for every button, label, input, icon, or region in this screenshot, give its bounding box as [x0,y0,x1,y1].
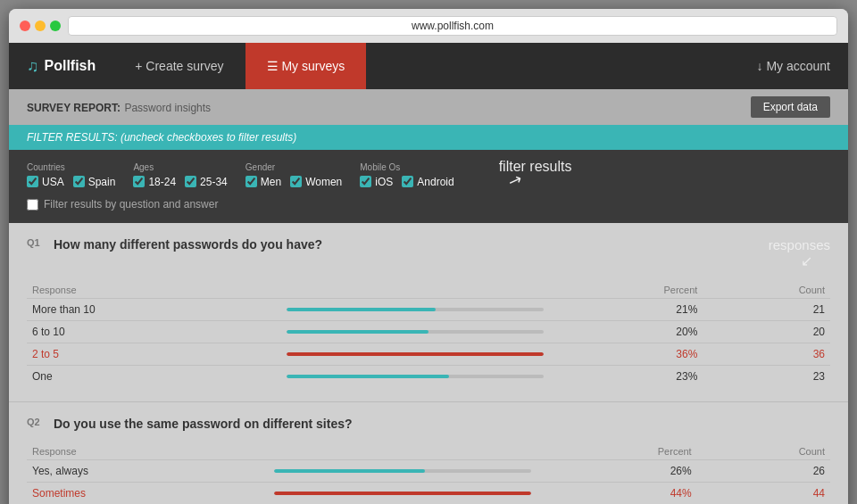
bar-cell [281,299,549,321]
bar-cell [269,460,537,483]
filter-spain[interactable]: Spain [73,176,116,188]
men-label: Men [261,176,281,188]
countries-checkboxes: USA Spain [27,176,115,188]
nav-bar: ♫ Pollfish + Create survey ☰ My surveys … [9,43,848,89]
men-checkbox[interactable] [245,176,257,187]
count-header-2: Count [697,443,830,460]
table-row: Sometimes 44% 44 [27,483,830,505]
count-value: 36 [703,343,830,366]
table-row: One 23% 23 [27,366,830,388]
percent-value: 36% [549,343,703,366]
count-value: 21 [703,299,830,321]
table-row: 2 to 5 36% 36 [27,343,830,366]
android-label: Android [417,176,453,188]
age-18-24-label: 18-24 [148,176,176,188]
question-2-block: Q2 Do you use the same password on diffe… [9,402,848,504]
bar-cell [281,366,549,388]
filter-header: FILTER RESULTS: [27,131,118,144]
response-label: More than 10 [27,299,281,321]
logo-text: Pollfish [45,58,96,74]
mobile-os-label: Mobile os [360,162,453,172]
nav-items: + Create survey ☰ My surveys [113,43,738,89]
count-value: 23 [703,366,830,388]
traffic-lights [20,21,61,31]
table-row: More than 10 21% 21 [27,299,830,321]
ages-label: Ages [133,162,227,172]
response-header-2: Response [27,443,269,460]
filter-group-gender: Gender Men Women [245,162,342,188]
response-label: Yes, always [27,460,269,483]
question-1-number: Q1 [27,237,45,248]
percent-value: 26% [537,460,697,483]
responses-annotation: responses ↙ [769,237,830,269]
my-account-nav[interactable]: ↓ My account [739,43,848,89]
bar-header-2 [269,443,537,460]
close-button[interactable] [20,21,30,31]
browser-chrome: www.pollfish.com [9,9,848,43]
count-value: 26 [697,460,830,483]
usa-label: USA [42,176,64,188]
percent-value: 44% [537,483,697,505]
minimize-button[interactable] [35,21,46,31]
survey-report-bar: SURVEY REPORT: Password insights Export … [9,89,848,125]
response-label: 2 to 5 [27,343,281,366]
question-2-header: Q2 Do you use the same password on diffe… [27,417,830,431]
count-header-1: Count [703,282,830,299]
survey-report-name: Password insights [124,102,211,114]
percent-header-2: Percent [537,443,697,460]
age-25-34-checkbox[interactable] [185,176,196,187]
question-2-table: Response Percent Count Yes, always 26% 2… [27,443,830,504]
export-data-button[interactable]: Export data [751,96,830,118]
android-checkbox[interactable] [402,176,413,187]
usa-checkbox[interactable] [27,176,38,187]
women-checkbox[interactable] [290,176,302,187]
browser-window: www.pollfish.com ♫ Pollfish + Create sur… [9,9,848,504]
age-25-34-label: 25-34 [200,176,228,188]
response-header-1: Response [27,282,281,299]
ios-checkbox[interactable] [360,176,371,187]
my-surveys-nav[interactable]: ☰ My surveys [245,43,367,89]
percent-value: 20% [549,321,703,343]
filter-18-24[interactable]: 18-24 [133,176,176,188]
spain-label: Spain [88,176,116,188]
survey-report-title: SURVEY REPORT: Password insights [27,99,211,115]
filter-men[interactable]: Men [245,176,281,188]
bar-header-1 [281,282,549,299]
logo-icon: ♫ [27,57,39,76]
filter-ios[interactable]: iOS [360,176,393,188]
age-18-24-checkbox[interactable] [133,176,145,187]
bar-cell [281,343,549,366]
create-survey-nav[interactable]: + Create survey [113,43,245,89]
countries-label: Countries [27,162,115,172]
filter-usa[interactable]: USA [27,176,64,188]
survey-report-label: SURVEY REPORT: [27,102,121,114]
filter-group-countries: Countries USA Spain [27,162,115,188]
responses-text: responses [769,237,830,252]
url-bar[interactable]: www.pollfish.com [68,16,837,36]
question-1-text: How many different passwords do you have… [54,237,322,252]
filter-results-annotation: filter results ↙ [499,159,572,191]
count-value: 20 [703,321,830,343]
spain-checkbox[interactable] [73,176,85,187]
bar-cell [269,483,537,505]
filter-row-main: Countries USA Spain Ages [27,159,830,191]
response-label: One [27,366,281,388]
filter-qa-row: Filter results by question and answer [27,198,830,218]
question-1-block: Q1 How many different passwords do you h… [9,223,848,402]
main-content: Q1 How many different passwords do you h… [9,223,848,504]
filter-women[interactable]: Women [290,176,342,188]
question-1-header: Q1 How many different passwords do you h… [27,237,830,269]
filter-25-34[interactable]: 25-34 [185,176,228,188]
maximize-button[interactable] [50,21,61,31]
women-label: Women [305,176,342,188]
filter-group-ages: Ages 18-24 25-34 [133,162,227,188]
question-2-text: Do you use the same password on differen… [54,417,353,431]
filter-group-mobile-os: Mobile os iOS Android [360,162,453,188]
bar-cell [281,321,549,343]
table-row: 6 to 10 20% 20 [27,321,830,343]
filter-options: Countries USA Spain Ages [9,150,848,223]
filter-android[interactable]: Android [402,176,453,188]
gender-label: Gender [245,162,342,172]
qa-filter-checkbox[interactable] [27,199,38,211]
percent-value: 23% [549,366,703,388]
